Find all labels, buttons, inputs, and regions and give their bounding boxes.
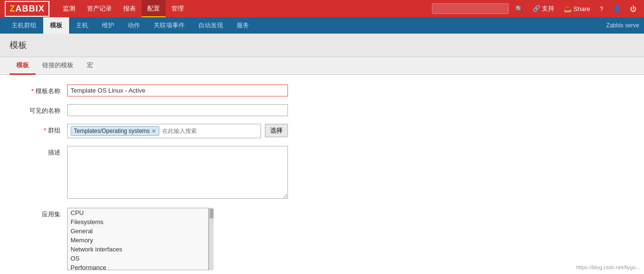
app-set-label: 应用集: [10, 208, 67, 219]
groups-field[interactable]: Templates/Operating systems ✕: [67, 124, 261, 138]
nav-host-groups[interactable]: 主机群组: [5, 17, 43, 34]
groups-label: 群组: [10, 124, 67, 135]
nav-monitor[interactable]: 监测: [57, 0, 81, 17]
app-item-filesystems[interactable]: Filesystems: [68, 217, 208, 226]
page-header: 模板: [0, 34, 644, 57]
top-nav: ZABBIX 监测 资产记录 报表 配置 管理 🔍 🔗 支持 📤 Share ?…: [0, 0, 644, 17]
visible-name-input[interactable]: [67, 104, 288, 116]
logo-abbix: ABBIX: [15, 4, 45, 13]
search-input[interactable]: [432, 3, 509, 14]
visible-name-label: 可见的名称: [10, 104, 67, 115]
app-item-memory[interactable]: Memory: [68, 236, 208, 245]
group-tag-remove[interactable]: ✕: [152, 128, 156, 134]
form-area: 模板名称 可见的名称 群组 Templates/Operating system…: [0, 75, 644, 274]
select-groups-button[interactable]: 选择: [265, 124, 288, 137]
tab-linked-templates[interactable]: 链接的模板: [36, 57, 80, 75]
description-input[interactable]: [67, 146, 288, 199]
nav-event-correlation[interactable]: 关联项事件: [147, 17, 191, 34]
scroll-thumb: [210, 209, 214, 218]
app-set-control: CPU Filesystems General Memory Network i…: [67, 208, 288, 270]
app-item-os[interactable]: OS: [68, 254, 208, 263]
description-control: [67, 146, 288, 200]
nav-admin[interactable]: 管理: [166, 0, 190, 17]
server-name: Zabbix serve: [606, 22, 639, 29]
template-name-input[interactable]: [67, 84, 288, 96]
scrollbar[interactable]: [209, 208, 214, 270]
template-name-row: 模板名称: [10, 84, 625, 96]
groups-control: Templates/Operating systems ✕ 选择: [67, 124, 288, 138]
nav-actions[interactable]: 动作: [121, 17, 147, 34]
top-nav-right: 🔍 🔗 支持 📤 Share ? 👤 ⏻: [432, 3, 639, 14]
visible-name-control: [67, 104, 288, 116]
app-item-performance[interactable]: Performance: [68, 263, 208, 270]
logo-z: Z: [10, 4, 15, 13]
groups-row: 群组 Templates/Operating systems ✕ 选择: [10, 124, 625, 138]
description-row: 描述: [10, 146, 625, 200]
nav-maintenance[interactable]: 维护: [95, 17, 121, 34]
second-nav: 主机群组 模板 主机 维护 动作 关联项事件 自动发现 服务 Zabbix se…: [0, 17, 644, 34]
app-list[interactable]: CPU Filesystems General Memory Network i…: [67, 208, 209, 270]
template-name-control: [67, 84, 288, 96]
page-title: 模板: [10, 39, 634, 51]
user-icon[interactable]: 👤: [610, 5, 623, 12]
group-tag-label: Templates/Operating systems: [74, 128, 150, 134]
bottom-link: https://blog.csdn.net/llygo...: [576, 264, 640, 270]
share-icon[interactable]: 📤 Share: [561, 5, 593, 12]
tabs-bar: 模板 链接的模板 宏: [0, 57, 644, 75]
nav-report[interactable]: 报表: [118, 0, 142, 17]
app-set-row: 应用集 CPU Filesystems General Memory Netwo…: [10, 208, 625, 270]
description-label: 描述: [10, 146, 67, 157]
tab-template[interactable]: 模板: [10, 57, 36, 75]
nav-asset[interactable]: 资产记录: [81, 0, 118, 17]
nav-templates[interactable]: 模板: [43, 17, 69, 34]
visible-name-row: 可见的名称: [10, 104, 625, 116]
nav-services[interactable]: 服务: [230, 17, 256, 34]
group-tag: Templates/Operating systems ✕: [71, 126, 159, 136]
app-item-network[interactable]: Network interfaces: [68, 245, 208, 254]
help-icon[interactable]: ?: [597, 5, 606, 12]
support-icon[interactable]: 🔗 支持: [530, 4, 558, 13]
template-name-label: 模板名称: [10, 84, 67, 95]
groups-search-input[interactable]: [161, 127, 258, 135]
power-icon[interactable]: ⏻: [627, 5, 639, 12]
nav-hosts[interactable]: 主机: [69, 17, 95, 34]
nav-auto-discovery[interactable]: 自动发现: [191, 17, 230, 34]
search-icon[interactable]: 🔍: [513, 5, 526, 12]
nav-config[interactable]: 配置: [142, 0, 166, 17]
app-item-cpu[interactable]: CPU: [68, 208, 208, 217]
tab-macros[interactable]: 宏: [80, 57, 100, 75]
zabbix-logo[interactable]: ZABBIX: [5, 1, 49, 17]
app-item-general[interactable]: General: [68, 226, 208, 236]
